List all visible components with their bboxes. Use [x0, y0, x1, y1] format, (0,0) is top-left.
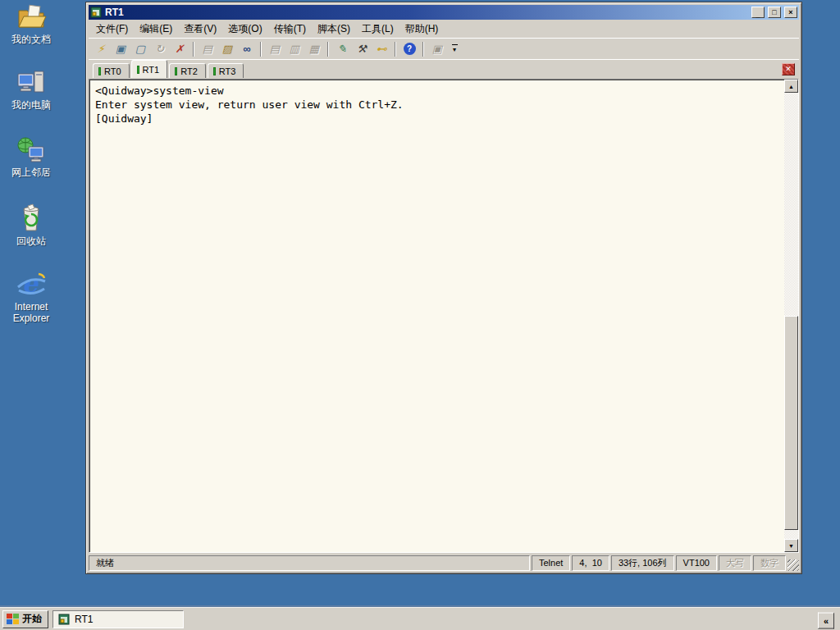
- find-icon[interactable]: ∞: [238, 41, 256, 57]
- toolbar-separator: [260, 42, 262, 57]
- start-button[interactable]: 开始: [2, 610, 48, 628]
- connected-indicator: [175, 67, 177, 75]
- task-label: RT1: [75, 614, 93, 625]
- start-button-label: 开始: [22, 612, 42, 626]
- toolbar-separator: [422, 42, 424, 57]
- terminal-app-window: RT1 _ □ × 文件(F) 编辑(E) 查看(V) 选项(O) 传输(T) …: [85, 2, 802, 574]
- terminal-area: <Quidway>system-view Enter system view, …: [89, 79, 799, 553]
- tab-rt3[interactable]: RT3: [208, 63, 244, 78]
- tab-rt0[interactable]: RT0: [93, 63, 130, 78]
- toolbar-separator: [395, 42, 396, 57]
- desktop-icon-label: 我的文档: [0, 34, 62, 45]
- desktop-icon-recycle-bin[interactable]: 回收站: [0, 203, 62, 247]
- session-tab-bar: RT0 RT1 RT2 RT3 ✕: [89, 59, 799, 78]
- toolbar-separator: [193, 42, 194, 57]
- tab-label: RT0: [104, 66, 121, 76]
- desktop-icon-label: 网上邻居: [0, 167, 62, 178]
- copy-icon[interactable]: ▤: [199, 41, 217, 57]
- status-ready: 就绪: [89, 555, 530, 571]
- taskbar-task-rt1[interactable]: RT1: [52, 610, 184, 628]
- network-places-icon: [16, 136, 47, 164]
- window-title: RT1: [105, 7, 748, 18]
- connected-indicator: [213, 67, 216, 75]
- connect-in-tab-icon[interactable]: ▢: [131, 41, 149, 57]
- status-num-lock: 数字: [753, 555, 786, 571]
- status-caps-lock: 大写: [719, 555, 751, 571]
- disconnect-icon[interactable]: ✗: [171, 41, 189, 57]
- activator-icon[interactable]: ▣: [428, 41, 446, 57]
- app-icon: [90, 7, 102, 18]
- print-icon[interactable]: ▦: [305, 41, 323, 57]
- status-cursor-position: 4, 10: [572, 555, 609, 571]
- resize-grip-icon[interactable]: [788, 559, 799, 571]
- status-screen-size: 33行, 106列: [611, 555, 674, 571]
- menu-file[interactable]: 文件(F): [90, 21, 134, 38]
- menu-script[interactable]: 脚本(S): [312, 21, 356, 38]
- status-emulation: VT100: [676, 555, 717, 571]
- reconnect-icon[interactable]: ↻: [151, 41, 169, 57]
- recycle-bin-icon: [16, 203, 47, 233]
- help-icon[interactable]: ?: [400, 41, 418, 57]
- my-documents-icon: [16, 3, 47, 31]
- close-tab-button[interactable]: ✕: [782, 63, 795, 75]
- vertical-scrollbar[interactable]: ▲ ▼: [784, 80, 798, 552]
- scroll-up-icon[interactable]: ▲: [784, 80, 798, 93]
- menu-tools[interactable]: 工具(L): [356, 21, 399, 38]
- tab-label: RT2: [180, 66, 198, 76]
- maximize-button[interactable]: □: [768, 7, 781, 18]
- windows-logo-icon: [7, 614, 19, 625]
- desktop-icon-internet-explorer[interactable]: e Internet Explorer: [0, 269, 62, 324]
- desktop-icon-label: 回收站: [0, 235, 62, 247]
- taskbar: 开始 RT1 «: [0, 607, 840, 630]
- quick-connect-icon[interactable]: ⚡: [92, 41, 110, 57]
- menu-edit[interactable]: 编辑(E): [134, 21, 178, 38]
- paste-icon[interactable]: ▨: [218, 41, 236, 57]
- key-generator-icon[interactable]: ⊷: [372, 41, 390, 57]
- toolbar: ⚡ ▣ ▢ ↻ ✗ ▤ ▨ ∞ ▤ ▥ ▦ ✎ ⚒ ⊷ ? ▣ ▾: [89, 38, 799, 59]
- tab-rt2[interactable]: RT2: [169, 63, 206, 78]
- scroll-down-icon[interactable]: ▼: [784, 539, 798, 552]
- menu-bar: 文件(F) 编辑(E) 查看(V) 选项(O) 传输(T) 脚本(S) 工具(L…: [89, 20, 799, 38]
- app-icon: [58, 614, 70, 625]
- status-protocol: Telnet: [532, 555, 570, 571]
- menu-view[interactable]: 查看(V): [178, 21, 222, 38]
- minimize-button[interactable]: _: [751, 7, 765, 18]
- session-options-icon[interactable]: ✎: [333, 41, 351, 57]
- receive-file-icon[interactable]: ▥: [285, 41, 304, 57]
- close-button[interactable]: ×: [784, 7, 797, 18]
- menu-help[interactable]: 帮助(H): [399, 21, 445, 38]
- my-computer-icon: [16, 69, 47, 97]
- desktop-icon-my-computer[interactable]: 我的电脑: [0, 69, 62, 111]
- connect-icon[interactable]: ▣: [112, 41, 130, 57]
- scrollbar-thumb[interactable]: [784, 316, 798, 530]
- desktop-icon-my-documents[interactable]: 我的文档: [0, 3, 62, 45]
- scrollbar-track[interactable]: [784, 93, 798, 539]
- desktop-icon-label: 我的电脑: [0, 99, 62, 111]
- menu-options[interactable]: 选项(O): [222, 21, 267, 38]
- toolbar-separator: [327, 42, 329, 57]
- status-bar: 就绪 Telnet 4, 10 33行, 106列 VT100 大写 数字: [89, 553, 799, 571]
- connected-indicator: [98, 67, 101, 75]
- tab-label: RT3: [219, 66, 236, 76]
- title-bar[interactable]: RT1 _ □ ×: [89, 5, 799, 20]
- global-options-icon[interactable]: ⚒: [353, 41, 371, 57]
- internet-explorer-icon: e: [16, 269, 47, 299]
- terminal-output[interactable]: <Quidway>system-view Enter system view, …: [89, 80, 784, 552]
- desktop-icon-label: Internet Explorer: [0, 301, 62, 324]
- connected-indicator: [137, 66, 139, 74]
- toolbar-overflow-icon[interactable]: ▾: [450, 41, 459, 57]
- tray-collapse-icon[interactable]: «: [818, 612, 834, 628]
- tab-label: RT1: [143, 65, 160, 75]
- tab-rt1[interactable]: RT1: [131, 60, 168, 78]
- desktop: 我的文档 我的电脑 网上邻居 回收站: [0, 0, 840, 630]
- menu-transfer[interactable]: 传输(T): [268, 21, 312, 38]
- desktop-icon-network-places[interactable]: 网上邻居: [0, 136, 62, 178]
- send-file-icon[interactable]: ▤: [266, 41, 284, 57]
